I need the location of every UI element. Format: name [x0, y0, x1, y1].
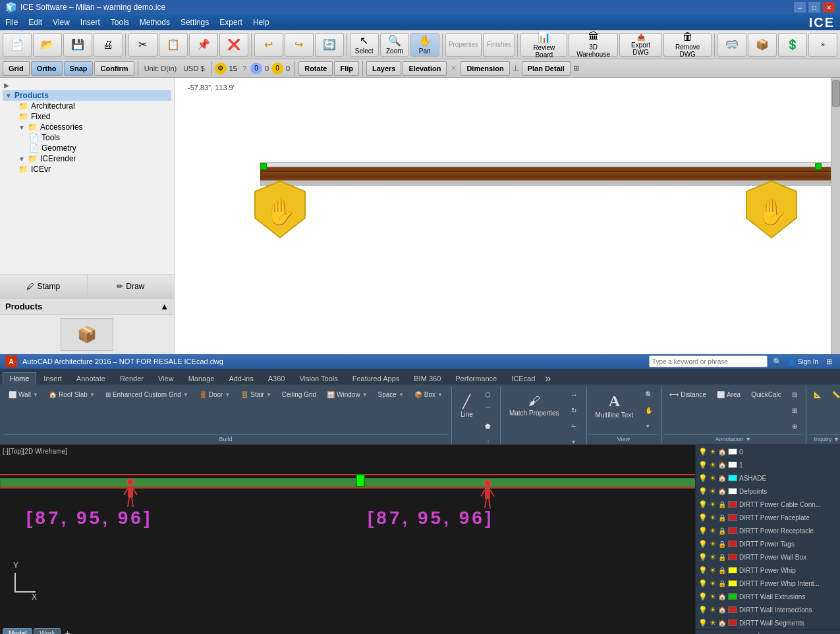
layer-item-wall-seg[interactable]: 💡 ☀ 🏠 DIRTT Wall Segments [696, 616, 840, 629]
menu-methods[interactable]: Methods [140, 18, 170, 27]
delete-button[interactable]: ❌ [219, 33, 248, 57]
undo-button[interactable]: ↩ [254, 33, 283, 57]
inquiry-1-button[interactable]: 📐 [809, 387, 826, 402]
paste-button[interactable]: 📌 [189, 33, 218, 57]
tab-manage[interactable]: Manage [181, 372, 222, 384]
tree-item-geometry[interactable]: 📄 Geometry [3, 143, 171, 153]
tree-item-architectural[interactable]: 📁 Architectural [3, 101, 171, 111]
handle-left[interactable] [260, 163, 267, 170]
layer-item-1[interactable]: 💡 ☀ 🏠 1 [696, 458, 840, 471]
elevation-button[interactable]: Elevation [403, 61, 447, 76]
box-button[interactable]: 📦 Box ▼ [410, 387, 447, 402]
layer-item-wall-box[interactable]: 💡 ☀ 🔒 DIRTT Power Wall Box [696, 550, 840, 564]
tree-item-tools[interactable]: 📄 Tools [3, 132, 171, 143]
ice-scrollbar[interactable] [831, 78, 840, 354]
tab-addins[interactable]: Add-ins [221, 372, 260, 384]
new-button[interactable]: 📄 [3, 33, 32, 57]
ceiling-grid-button[interactable]: Ceiling Grid [277, 387, 321, 402]
finishes-button[interactable]: Finishes [483, 33, 515, 57]
tab-featured[interactable]: Featured Apps [345, 372, 407, 384]
drawing-area[interactable]: [-][Top][2D Wireframe] [0, 445, 840, 634]
space-button[interactable]: Space ▼ [374, 387, 408, 402]
layer-item-whip[interactable]: 💡 ☀ 🔒 DIRTT Power Whip [696, 564, 840, 577]
copy-button[interactable]: 📋 [159, 33, 188, 57]
arc-button[interactable]: ⌒ [480, 403, 496, 417]
layer-item-ashade[interactable]: 💡 ☀ 🏠 ASHADE [696, 471, 840, 485]
autocad-signin[interactable]: 👤 Sign In [787, 358, 818, 365]
tab-annotate[interactable]: Annotate [69, 372, 113, 384]
handle-right[interactable] [815, 163, 822, 170]
tab-render[interactable]: Render [113, 372, 151, 384]
zoom-button[interactable]: 🔍Zoom [380, 33, 409, 57]
tab-icecad[interactable]: ICEcad [504, 372, 542, 384]
annotation-3-button[interactable]: ⊕ [787, 419, 802, 433]
layer-item-wall-int[interactable]: 💡 ☀ 🏠 DIRTT Wall Intersections [696, 603, 840, 616]
move-button[interactable]: ↔ [567, 387, 582, 402]
ortho-button[interactable]: Ortho [31, 61, 63, 76]
dimension-button[interactable]: Dimension [461, 61, 509, 76]
tree-item-icerender[interactable]: ▼ 📁 ICErender [3, 153, 171, 164]
rotate-button[interactable]: Rotate [298, 61, 333, 76]
refresh-button[interactable]: 🔄 [315, 33, 344, 57]
modify-dropdown-button[interactable]: ▼ [567, 435, 582, 445]
tree-item-fixed[interactable]: 📁 Fixed [3, 111, 171, 122]
more-tabs-icon[interactable]: » [545, 373, 551, 384]
layer-item-power-conn[interactable]: 💡 ☀ 🔒 DIRTT Power Cable Conn... [696, 498, 840, 511]
save-button[interactable]: 💾 [63, 33, 92, 57]
menu-settings[interactable]: Settings [181, 18, 209, 27]
stair-button[interactable]: 🪜 Stair ▼ [236, 387, 275, 402]
distance-button[interactable]: ⟷ Distance [665, 387, 711, 402]
tab-home[interactable]: Home [3, 372, 36, 384]
annotation-1-button[interactable]: ⊟ [787, 387, 802, 402]
open-button[interactable]: 📂 [33, 33, 62, 57]
cut-button[interactable]: ✂ [128, 33, 157, 57]
review-board-button[interactable]: 📊Review Board [520, 33, 567, 57]
draw-button[interactable]: ✏ Draw [88, 275, 175, 298]
redo-button[interactable]: ↪ [285, 33, 314, 57]
layer-item-power-tags[interactable]: 💡 ☀ 🔒 DIRTT Power Tags [696, 537, 840, 550]
menu-insert[interactable]: Insert [80, 18, 100, 27]
3d-warehouse-button[interactable]: 🏛3D Warehouse [569, 33, 618, 57]
menu-expert[interactable]: Expert [219, 18, 242, 27]
roof-slab-button[interactable]: 🏠 Roof Slab ▼ [44, 387, 99, 402]
ice-canvas[interactable]: -57.83", 113.9' ✋ ✋ [175, 78, 831, 354]
tab-bim360[interactable]: BIM 360 [406, 372, 448, 384]
confirm-button[interactable]: Confirm [94, 61, 134, 76]
circle-button[interactable]: ⬡ [480, 387, 496, 402]
tree-item-accessories[interactable]: ▼ 📁 Accessories [3, 122, 171, 132]
menu-tools[interactable]: Tools [111, 18, 129, 27]
minimize-button[interactable]: – [794, 2, 806, 13]
autocad-search-input[interactable] [649, 356, 768, 367]
model-tab[interactable]: Model [3, 628, 32, 635]
view-dropdown-button[interactable]: ▼ [640, 419, 658, 433]
grid-button[interactable]: Grid [3, 61, 30, 76]
quickcalc-button[interactable]: QuickCalc [746, 387, 786, 402]
layer-item-receptacle[interactable]: 💡 ☀ 🔒 DIRTT Power Receptacle [696, 524, 840, 537]
layer-item-wall-ext[interactable]: 💡 ☀ 🏠 DIRTT Wall Extrusions [696, 590, 840, 603]
expand-button[interactable]: ⊞ [824, 357, 835, 366]
selection-handle-top[interactable] [356, 474, 365, 487]
layer-item-whip-intent[interactable]: 💡 ☀ 🔒 DIRTT Power Whip Intent... [696, 577, 840, 590]
pan-button[interactable]: ✋Pan [410, 33, 439, 57]
work-tab[interactable]: Work [34, 628, 61, 635]
menu-edit[interactable]: Edit [28, 18, 42, 27]
more-button[interactable]: » [808, 33, 837, 57]
zoom-view-button[interactable]: 🔍 [640, 387, 658, 402]
trim-button[interactable]: ✁ [567, 419, 582, 433]
scroll-thumb[interactable] [832, 80, 840, 107]
menu-help[interactable]: Help [253, 18, 269, 27]
pan-view-button[interactable]: ✋ [640, 403, 658, 417]
add-tab-button[interactable]: + [62, 627, 72, 634]
menu-view[interactable]: View [53, 18, 70, 27]
wall-button[interactable]: ⬜ Wall ▼ [4, 387, 43, 402]
close-button[interactable]: ✕ [823, 2, 835, 13]
inquiry-2-button[interactable]: 📏 [827, 387, 840, 402]
remove-dwg-button[interactable]: 🗑Remove DWG [663, 33, 712, 57]
tab-view[interactable]: View [151, 372, 181, 384]
vr-button[interactable]: 🥽 [717, 33, 746, 57]
export-dwg-button[interactable]: 📤Export DWG [619, 33, 662, 57]
tab-a360[interactable]: A360 [261, 372, 293, 384]
wall-dropdown[interactable]: ▼ [33, 392, 38, 398]
line-button[interactable]: ╱ Line [455, 387, 479, 424]
window-button[interactable]: 🪟 Window ▼ [322, 387, 372, 402]
